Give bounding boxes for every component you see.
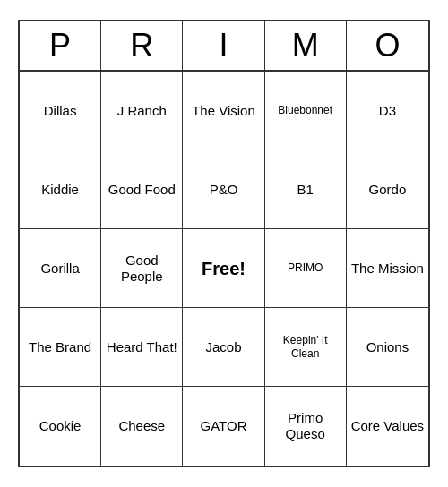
cell-16: Heard That!	[101, 308, 183, 387]
cell-7: P&O	[183, 150, 264, 229]
cell-5: Kiddie	[20, 150, 101, 229]
cell-3: Bluebonnet	[265, 72, 347, 150]
cell-8: B1	[265, 150, 347, 229]
cell-13: PRIMO	[265, 229, 347, 308]
cell-19: Onions	[347, 308, 428, 387]
header-I: I	[183, 21, 264, 70]
cell-12: Free!	[183, 229, 264, 308]
cell-21: Cheese	[101, 387, 183, 466]
cell-9: Gordo	[347, 150, 428, 229]
header-M: M	[265, 21, 347, 70]
cell-4: D3	[347, 72, 428, 150]
cell-6: Good Food	[101, 150, 183, 229]
bingo-header: PRIMO	[20, 21, 428, 72]
header-R: R	[101, 21, 183, 70]
bingo-grid: DillasJ RanchThe VisionBluebonnetD3Kiddi…	[20, 72, 428, 466]
cell-14: The Mission	[347, 229, 428, 308]
cell-10: Gorilla	[20, 229, 101, 308]
cell-22: GATOR	[183, 387, 264, 466]
cell-24: Core Values	[347, 387, 428, 466]
cell-1: J Ranch	[101, 72, 183, 150]
cell-17: Jacob	[183, 308, 264, 387]
header-O: O	[347, 21, 428, 70]
cell-20: Cookie	[20, 387, 101, 466]
cell-18: Keepin' It Clean	[265, 308, 347, 387]
bingo-card: PRIMO DillasJ RanchThe VisionBluebonnetD…	[18, 20, 430, 467]
cell-0: Dillas	[20, 72, 101, 150]
cell-15: The Brand	[20, 308, 101, 387]
cell-2: The Vision	[183, 72, 264, 150]
cell-23: Primo Queso	[265, 387, 347, 466]
header-P: P	[20, 21, 101, 70]
cell-11: Good People	[101, 229, 183, 308]
